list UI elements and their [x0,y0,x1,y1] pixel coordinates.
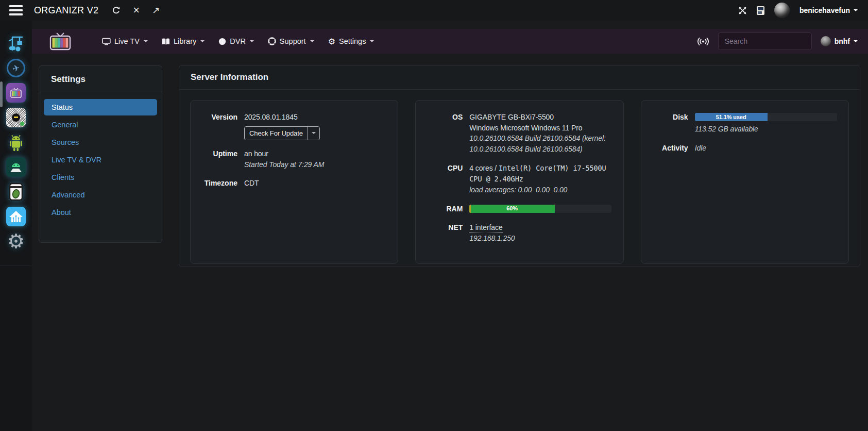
open-external-icon[interactable]: ↗ [152,5,160,16]
disk-available: 113.52 GB available [695,124,839,135]
channels-user-avatar [821,36,831,46]
system-card: OS GIGABYTE GB-BXi7-5500 Windows Microso… [415,100,623,264]
life-ring-icon [268,37,276,45]
menu-library[interactable]: Library [162,37,205,45]
user-avatar[interactable] [774,3,790,18]
flight-tracker-icon[interactable]: ✈ [6,58,26,78]
chevron-down-icon [370,40,374,42]
net-label: NET [425,222,469,243]
user-menu[interactable]: benicehavefun [799,6,858,14]
sidebar-scrollbar-thumb[interactable] [0,81,3,107]
timezone-label: Timezone [200,178,244,189]
menu-label: Library [174,37,196,45]
status-dot [20,122,24,126]
net-ip: 192.168.1.250 [469,233,614,244]
channels-user-menu[interactable]: bnhf [821,36,858,46]
channels-dvr-icon[interactable] [6,82,26,103]
ram-progress-fill: 60% [469,205,555,213]
record-icon [218,38,226,45]
sidebar-divider [0,266,32,266]
topbar-right: benicehavefun [738,3,868,18]
news-icon[interactable] [757,6,764,15]
menu-label: DVR [230,37,246,45]
ram-percent-label: 60% [506,205,518,213]
activity-label: Activity [651,143,695,154]
refresh-icon[interactable] [112,6,121,15]
qr-app-icon[interactable] [6,107,26,128]
net-interfaces-link[interactable]: 1 interface [469,223,502,233]
activity-value: Idle [695,143,839,154]
topbar: ORGANIZR V2 × ↗ benicehavefun [0,0,868,21]
os-label: OS [425,112,469,155]
timezone-value: CDT [244,178,388,189]
version-label: Version [200,112,244,140]
settings-nav-status[interactable]: Status [44,99,157,115]
menu-label: Settings [339,37,366,45]
update-dropdown-toggle[interactable] [308,127,319,140]
olivetin-icon[interactable] [6,181,26,202]
chevron-down-icon [200,40,205,42]
menu-label: Live TV [114,37,140,45]
os-kernel: 10.0.26100.6584 Build 26100.6584 (kernel… [469,133,614,154]
uptime-started: Started Today at 7:29 AM [244,159,388,170]
close-icon[interactable]: × [133,5,140,16]
crane-app-icon[interactable] [6,33,26,54]
chevron-down-icon [854,40,858,42]
display-icon [102,38,111,45]
ram-progress-bar: 60% [469,205,611,213]
menu-dvr[interactable]: DVR [218,37,254,45]
settings-gear-icon[interactable]: ⚙ [6,231,26,252]
gear-icon: ⚙ [328,37,335,46]
settings-nav-sources[interactable]: Sources [44,134,157,151]
settings-nav-live-tv-dvr[interactable]: Live TV & DVR [44,152,157,168]
settings-panel: Settings Status General Sources Live TV … [39,65,162,243]
cpu-label: CPU [425,163,469,195]
version-card: Version 2025.08.01.1845 Check For Update… [190,100,398,264]
chevron-down-icon [250,40,254,42]
os-machine: GIGABYTE GB-BXi7-5500 [469,112,614,123]
plane-icon: ✈ [11,62,21,74]
settings-title: Settings [39,66,162,92]
menu-settings[interactable]: ⚙ Settings [328,37,375,46]
chevron-down-icon [144,40,148,42]
fullscreen-icon[interactable] [738,6,747,15]
android-tv-icon[interactable] [6,157,26,177]
server-info-title: Server Information [179,65,860,90]
chevron-down-icon [854,9,858,11]
settings-nav-about[interactable]: About [44,204,157,221]
disk-percent-label: 51.1% used [716,113,746,121]
check-for-update-button[interactable]: Check For Update [244,126,320,140]
server-information-panel: Server Information Version 2025.08.01.18… [179,65,860,267]
menu-support[interactable]: Support [268,37,314,45]
channels-logo-icon[interactable] [48,32,72,51]
username: benicehavefun [799,6,850,14]
uptime-value: an hour [244,148,388,159]
os-name: Windows Microsoft Windows 11 Pro [469,123,614,134]
search-input[interactable] [718,32,812,50]
disk-progress-bar: 51.1% used [695,113,837,121]
organizr-window: ORGANIZR V2 × ↗ benicehavefun [0,0,868,431]
settings-nav-clients[interactable]: Clients [44,169,157,186]
broadcast-icon[interactable] [697,37,709,46]
disk-progress-fill: 51.1% used [695,113,768,121]
menu-label: Support [280,37,306,45]
app-title: ORGANIZR V2 [34,5,98,16]
settings-nav-advanced[interactable]: Advanced [44,187,157,203]
hamburger-menu-icon[interactable] [0,5,32,15]
channels-app-frame: Live TV Library DVR [32,21,868,431]
home-assistant-icon[interactable] [6,206,26,227]
chevron-down-icon [310,40,314,42]
menu-live-tv[interactable]: Live TV [102,37,148,45]
channels-navbar: Live TV Library DVR [32,29,868,54]
settings-nav-general[interactable]: General [44,117,157,133]
disk-label: Disk [651,112,695,135]
ram-label: RAM [425,204,469,214]
channels-username: bnhf [835,37,850,45]
uptime-label: Uptime [200,148,244,170]
android-icon[interactable] [6,132,26,153]
check-for-update-label: Check For Update [245,127,308,140]
disk-activity-card: Disk 51.1% used 113.52 GB available Acti… [641,100,849,264]
cpu-load-averages: load averages: 0.00 0.00 0.00 [469,185,614,195]
book-icon [162,38,170,45]
version-value: 2025.08.01.1845 [244,112,388,123]
